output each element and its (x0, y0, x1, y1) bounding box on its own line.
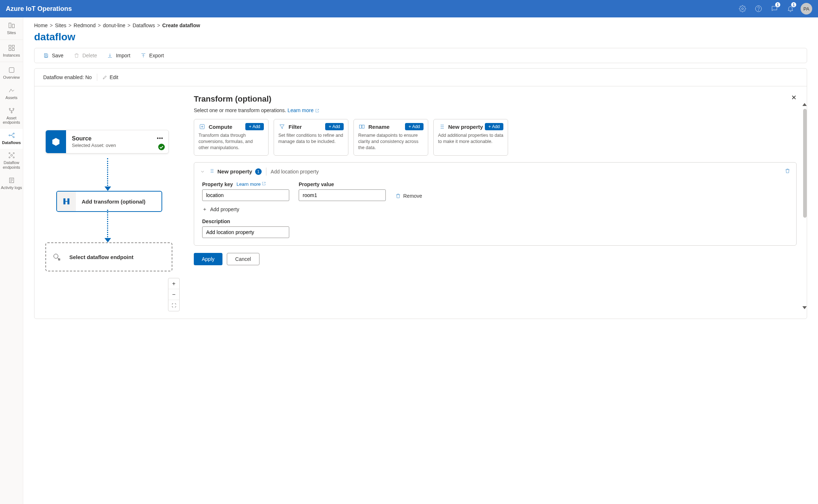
arrow-icon (105, 238, 111, 242)
scroll-down-icon[interactable] (802, 306, 807, 309)
arrow-icon (105, 187, 111, 191)
plus-icon: ＋ (202, 206, 207, 213)
left-nav: Sites Instances Overview Assets Asset en… (0, 17, 23, 504)
chevron-down-icon[interactable] (200, 169, 205, 174)
canvas[interactable]: Source Selected Asset: oven ••• (34, 86, 187, 319)
status-divider (97, 74, 97, 81)
compute-icon (199, 123, 206, 130)
nav-asset-endpoints-label: Asset endpoints (1, 116, 22, 125)
nav-dataflows-label: Dataflows (2, 140, 21, 145)
nav-activity-logs[interactable]: Activity logs (0, 174, 23, 194)
add-filter-button[interactable]: + Add (325, 123, 344, 130)
block-count-badge: 1 (255, 168, 262, 175)
prop-key-label: Property key (202, 181, 233, 187)
zoom-in-button[interactable]: + (168, 278, 179, 289)
external-link-icon (262, 181, 266, 187)
svg-point-17 (9, 153, 10, 154)
description-input[interactable] (202, 226, 289, 238)
notifications-icon[interactable]: 1 (782, 1, 798, 17)
svg-rect-24 (68, 198, 70, 205)
list-icon (438, 123, 445, 130)
canvas-panel: Dataflow enabled: No Edit (34, 68, 807, 319)
nav-overview[interactable]: Overview (0, 63, 23, 84)
remove-property-button[interactable]: Remove (395, 193, 422, 199)
close-icon[interactable]: ✕ (791, 94, 797, 102)
transform-node[interactable]: Add transform (optional) (56, 191, 162, 212)
new-property-block: New property 1 Add location property (194, 162, 797, 246)
nav-dataflow-endpoints-label: Dataflow endpoints (1, 160, 22, 169)
op-compute-name: Compute (209, 124, 245, 130)
nav-dataflow-endpoints[interactable]: Dataflow endpoints (0, 149, 23, 173)
filter-icon (278, 123, 286, 130)
scroll-thumb[interactable] (803, 109, 807, 218)
breadcrumb-site[interactable]: Redmond (74, 22, 96, 28)
svg-point-20 (13, 157, 14, 158)
delete-block-button[interactable] (785, 168, 790, 175)
remove-label: Remove (403, 193, 422, 199)
list-icon (209, 168, 214, 175)
source-subtitle: Selected Asset: oven (72, 143, 163, 148)
svg-rect-6 (12, 45, 14, 47)
breadcrumb-sep: > (50, 22, 53, 28)
block-name: New property (217, 168, 252, 175)
op-filter-desc: Set filter conditions to refine and mana… (278, 132, 344, 145)
op-compute-desc: Transform data through conversions, form… (199, 132, 264, 151)
settings-icon[interactable] (735, 1, 750, 17)
breadcrumb-dataflows[interactable]: Dataflows (132, 22, 155, 28)
feedback-icon[interactable]: 1 (766, 1, 782, 17)
nav-asset-endpoints[interactable]: Asset endpoints (0, 104, 23, 129)
property-key-input[interactable] (202, 189, 289, 201)
divider (266, 168, 266, 176)
add-rename-button[interactable]: + Add (405, 123, 424, 130)
op-rename-name: Rename (368, 124, 405, 130)
notifications-badge: 1 (791, 2, 796, 7)
import-button[interactable]: Import (107, 53, 130, 58)
prop-val-label: Property value (299, 181, 334, 187)
nav-instances-label: Instances (3, 53, 20, 58)
cancel-button[interactable]: Cancel (227, 253, 259, 265)
save-button[interactable]: Save (43, 53, 64, 58)
transform-panel-title: Transform (optional) (194, 94, 797, 104)
add-property-button[interactable]: ＋ Add property (202, 206, 239, 213)
learn-more-link[interactable]: Learn more (237, 181, 266, 187)
external-link-icon (315, 108, 319, 114)
export-button[interactable]: Export (140, 53, 164, 58)
nav-sites[interactable]: Sites (0, 19, 23, 40)
svg-rect-28 (359, 125, 361, 128)
svg-rect-22 (45, 56, 47, 57)
breadcrumb-sites[interactable]: Sites (55, 22, 66, 28)
endpoint-node[interactable]: Select dataflow endpoint (45, 242, 172, 271)
apply-button[interactable]: Apply (194, 253, 222, 265)
breadcrumb: Home > Sites > Redmond > donut-line > Da… (34, 22, 807, 28)
edit-button[interactable]: Edit (102, 74, 118, 80)
nav-dataflows[interactable]: Dataflows (0, 129, 23, 149)
scroll-up-icon[interactable] (802, 103, 807, 106)
source-title: Source (72, 135, 163, 142)
source-node[interactable]: Source Selected Asset: oven ••• (45, 130, 169, 153)
property-value-input[interactable] (299, 189, 386, 201)
zoom-fit-button[interactable]: ⛶ (168, 300, 179, 311)
svg-point-10 (9, 108, 10, 109)
op-rename-desc: Rename datapoints to ensure clarity and … (358, 132, 424, 151)
help-icon[interactable] (750, 1, 766, 17)
breadcrumb-home[interactable]: Home (34, 22, 48, 28)
status-bar: Dataflow enabled: No Edit (34, 69, 807, 86)
add-new-property-button[interactable]: + Add (485, 123, 503, 130)
breadcrumb-instance[interactable]: donut-line (103, 22, 126, 28)
avatar[interactable]: PA (801, 3, 812, 15)
app-title: Azure IoT Operations (6, 5, 72, 13)
check-icon (158, 144, 165, 150)
delete-button: Delete (74, 53, 97, 58)
nav-assets[interactable]: Assets (0, 84, 23, 104)
svg-rect-8 (12, 48, 14, 50)
package-icon (46, 130, 66, 153)
svg-rect-3 (9, 23, 11, 28)
add-compute-button[interactable]: + Add (245, 123, 264, 130)
export-label: Export (149, 53, 164, 58)
nav-instances[interactable]: Instances (0, 41, 23, 62)
op-card-new-property: New property + Add Add additional proper… (433, 119, 508, 156)
learn-more-link[interactable]: Learn more (287, 107, 319, 113)
svg-point-16 (11, 155, 12, 156)
zoom-out-button[interactable]: − (168, 289, 179, 300)
more-icon[interactable]: ••• (157, 135, 163, 141)
